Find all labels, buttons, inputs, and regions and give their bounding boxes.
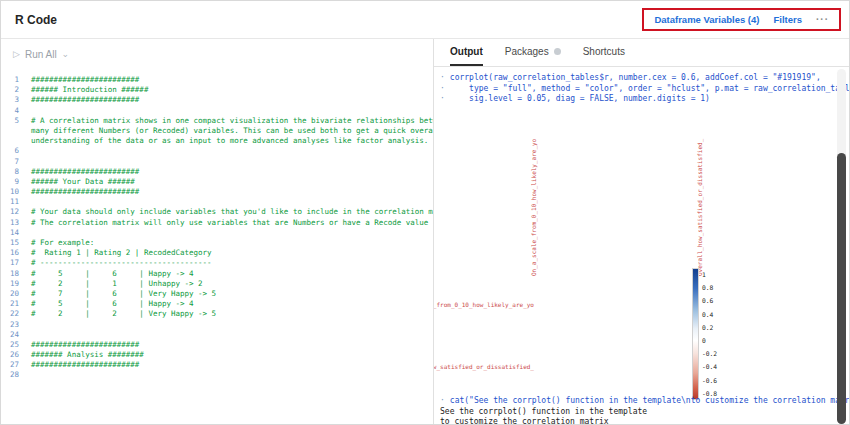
code-line: 1 ######################## (1, 75, 433, 85)
code-line: 23 (1, 320, 433, 330)
code-line: 18 # 5 | 6 | Happy -> 4 (1, 269, 433, 279)
legend-tick-label: 1 (702, 268, 717, 281)
code-line: understanding of the data or as an input… (1, 136, 433, 146)
header: R Code Dataframe Variables (4) Filters ·… (1, 1, 849, 39)
console-code-line: · corrplot(raw_correlation_tables$r, num… (440, 73, 849, 84)
code-text: # 2 | 2 | Very Happy -> 5 (31, 309, 216, 319)
code-line: 15 # For example: (1, 238, 433, 248)
console-output: · corrplot(raw_correlation_tables$r, num… (434, 68, 849, 425)
line-number: 10 (1, 187, 19, 197)
line-number: 22 (1, 309, 19, 319)
code-line: 6 (1, 146, 433, 156)
code-line: 14 (1, 228, 433, 238)
code-line: 3 ######################## (1, 95, 433, 105)
code-editor-panel: ▷ Run All ⌄ 1 ######################## 2… (1, 39, 434, 425)
line-number: 14 (1, 228, 19, 238)
console-code-text: type = "full", method = "color", order =… (450, 84, 849, 95)
line-number: 12 (1, 207, 19, 217)
code-line: 7 (1, 157, 433, 167)
tab-packages[interactable]: Packages (505, 39, 561, 66)
line-number: 5 (1, 116, 19, 126)
code-line: 16 # Rating 1 | Rating 2 | RecodedCatego… (1, 248, 433, 258)
line-number: 1 (1, 75, 19, 85)
code-line: 2 ###### Introduction ###### (1, 85, 433, 95)
filters-link[interactable]: Filters (773, 14, 802, 25)
tab-output[interactable]: Output (450, 39, 483, 66)
legend-tick-label: -0.4 (702, 360, 717, 373)
color-legend-ticks: 10.80.60.40.20-0.2-0.4-0.6-0.8 (702, 268, 717, 400)
chevron-down-icon: ⌄ (62, 49, 70, 59)
line-number: 17 (1, 258, 19, 268)
line-number: 28 (1, 370, 19, 380)
correlation-plot: On_a_scale_from_0_10_how_likely_are_yo O… (434, 68, 849, 425)
page-title: R Code (15, 13, 57, 27)
legend-tick-label: -0.2 (702, 347, 717, 360)
scrollbar-thumb[interactable] (837, 153, 846, 424)
line-number: 13 (1, 218, 19, 228)
code-text: # 5 | 6 | Happy -> 4 (31, 299, 194, 309)
legend-tick-label: 0.8 (702, 281, 717, 294)
annotation-highlight-box: Dataframe Variables (4) Filters ··· (642, 8, 841, 31)
legend-tick-label: 0.6 (702, 294, 717, 307)
line-number: 21 (1, 299, 19, 309)
console-code-line: · sig.level = 0.05, diag = FALSE, number… (440, 94, 849, 105)
run-all-button[interactable]: ▷ Run All ⌄ (13, 49, 69, 60)
console-code-text: corrplot(raw_correlation_tables$r, numbe… (450, 73, 821, 84)
code-line: 17 # -----------------------------------… (1, 258, 433, 268)
plot-row-label: On_a_scale_from_0_10_how_likely_are_yo (434, 301, 534, 308)
legend-tick-label: 0.4 (702, 308, 717, 321)
console-code-line: · cat("See the corrplot() function in th… (440, 396, 849, 407)
tab-bar: Output Packages Shortcuts (434, 39, 849, 67)
line-number: 3 (1, 95, 19, 105)
legend-tick-label: 0.2 (702, 321, 717, 334)
code-text: many different Numbers (or Recoded) vari… (31, 126, 433, 136)
code-line: many different Numbers (or Recoded) vari… (1, 126, 433, 136)
line-number: 4 (1, 106, 19, 116)
code-text: ######################## (31, 167, 139, 177)
code-text: understanding of the data or as an input… (31, 136, 428, 146)
r-code-window: R Code Dataframe Variables (4) Filters ·… (0, 0, 850, 425)
dataframe-variables-link[interactable]: Dataframe Variables (4) (654, 14, 759, 25)
line-number: 25 (1, 340, 19, 350)
tab-shortcuts[interactable]: Shortcuts (583, 39, 625, 66)
console-code-text: sig.level = 0.05, diag = FALSE, number.d… (450, 94, 710, 105)
editor-toolbar: ▷ Run All ⌄ (1, 39, 433, 69)
code-line: 20 # 7 | 6 | Very Happy -> 5 (1, 289, 433, 299)
output-panel: Output Packages Shortcuts · corrplot(raw… (434, 39, 849, 425)
code-line: 5 # A correlation matrix shows in one co… (1, 116, 433, 126)
code-text: ###### Introduction ###### (31, 85, 148, 95)
code-text: # 5 | 6 | Happy -> 4 (31, 269, 194, 279)
code-text: ###### Your Data ###### (31, 177, 135, 187)
line-number: 8 (1, 167, 19, 177)
code-line: 25 ######################## (1, 340, 433, 350)
code-text: ####### Analysis ######## (31, 350, 144, 360)
code-text: # -------------------------------------- (31, 258, 212, 268)
run-all-label: Run All (25, 49, 57, 60)
code-text: ######################## (31, 95, 139, 105)
console-output-line: to customize the correlation matrix (440, 417, 849, 425)
line-number: 23 (1, 320, 19, 330)
line-number: 20 (1, 289, 19, 299)
prompt-bullet-icon: · (440, 84, 445, 95)
plot-row-label: Overall_how_satisfied_or_dissatisfied_ (434, 363, 534, 370)
line-number: 19 (1, 279, 19, 289)
code-text: # For example: (31, 238, 94, 248)
code-line: 9 ###### Your Data ###### (1, 177, 433, 187)
console-code-text: cat("See the corrplot() function in the … (450, 396, 849, 407)
legend-tick-label: 0 (702, 334, 717, 347)
line-number: 27 (1, 360, 19, 370)
line-number: 16 (1, 248, 19, 258)
line-number: 26 (1, 350, 19, 360)
line-number: 2 (1, 85, 19, 95)
code-text: # Rating 1 | Rating 2 | RecodedCategory (31, 248, 212, 258)
console-code-line: · type = "full", method = "color", order… (440, 84, 849, 95)
line-number (1, 126, 19, 136)
scrollbar[interactable] (837, 69, 846, 424)
code-editor[interactable]: 1 ######################## 2 ###### Intr… (1, 69, 433, 381)
tab-packages-label: Packages (505, 46, 549, 57)
code-line: 26 ####### Analysis ######## (1, 350, 433, 360)
code-line: 28 (1, 370, 433, 380)
code-text: # A correlation matrix shows in one comp… (31, 116, 433, 126)
packages-status-dot (554, 48, 561, 55)
more-options-button[interactable]: ··· (816, 14, 829, 25)
